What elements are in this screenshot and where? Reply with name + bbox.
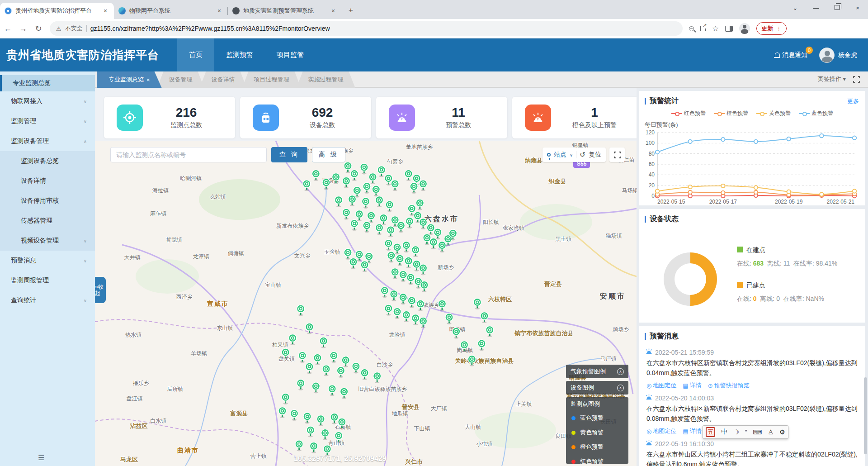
tab-close-icon[interactable]: × — [101, 7, 109, 15]
data-point[interactable] — [787, 137, 790, 141]
monitor-point-marker[interactable] — [416, 300, 424, 311]
monitor-point-marker[interactable] — [340, 388, 348, 399]
monitor-point-marker[interactable] — [460, 341, 468, 352]
tab-close-icon[interactable]: × — [215, 7, 223, 15]
data-point[interactable] — [656, 189, 659, 193]
tab-actions-button[interactable]: 页签操作 ▾ — [818, 75, 846, 83]
back-button[interactable]: ← — [0, 24, 15, 33]
data-point[interactable] — [688, 185, 692, 189]
monitor-point-marker[interactable] — [362, 198, 369, 209]
monitor-point-marker[interactable] — [330, 352, 338, 362]
monitor-point-marker[interactable] — [375, 224, 383, 235]
browser-tab[interactable]: 物联网平台系统× — [114, 3, 228, 19]
monitor-point-marker[interactable] — [486, 326, 494, 337]
monitor-point-marker[interactable] — [391, 180, 399, 191]
data-point[interactable] — [754, 140, 758, 143]
monitor-point-marker[interactable] — [438, 300, 446, 311]
monitor-point-marker[interactable] — [363, 182, 371, 193]
tab-close-icon[interactable]: × — [146, 76, 150, 83]
page-tab-项目过程管理[interactable]: 项目过程管理 — [242, 71, 301, 88]
sidebar-item-预警消息[interactable]: 预警消息∨ — [0, 251, 95, 271]
monitor-point-marker[interactable] — [330, 413, 338, 424]
monitor-point-marker[interactable] — [350, 170, 358, 181]
site-button[interactable]: 站点 — [554, 151, 566, 159]
data-point[interactable] — [820, 192, 823, 196]
monitor-point-marker[interactable] — [369, 173, 377, 184]
monitor-point-marker[interactable] — [427, 224, 434, 235]
collapse-icon[interactable]: ∧ — [617, 385, 624, 391]
monitor-point-marker[interactable] — [297, 305, 305, 316]
monitor-point-marker[interactable] — [453, 328, 460, 338]
data-point[interactable] — [721, 191, 725, 195]
data-point[interactable] — [820, 134, 823, 138]
message-link-地图定位[interactable]: ◎地图定位 — [646, 427, 676, 435]
monitor-point-marker[interactable] — [416, 199, 424, 210]
monitor-point-marker[interactable] — [420, 281, 428, 292]
url-input[interactable]: ⚠ 不安全 gz1155.cn/xzIframe?http%3A%2F%2Fww… — [50, 21, 683, 36]
monitor-point-marker[interactable] — [282, 348, 289, 359]
sidebar-subitem-设备详情[interactable]: 设备详情 — [0, 171, 95, 191]
fullscreen-icon[interactable] — [853, 76, 860, 83]
data-point[interactable] — [688, 194, 692, 198]
security-label[interactable]: 不安全 — [65, 24, 83, 33]
header-nav-item-首页[interactable]: 首页 — [177, 38, 214, 71]
data-point[interactable] — [721, 184, 725, 188]
data-point[interactable] — [721, 138, 725, 141]
monitor-point-marker[interactable] — [322, 179, 330, 190]
monitor-point-marker[interactable] — [397, 222, 405, 233]
monitor-point-marker[interactable] — [306, 363, 313, 374]
monitor-point-marker[interactable] — [349, 258, 357, 269]
message-link-详情[interactable]: ▤详情 — [683, 427, 701, 435]
chinese-mode-icon[interactable]: 中 — [721, 428, 727, 436]
url-text[interactable]: gz1155.cn/xzIframe?http%3A%2F%2Fwww.gz11… — [90, 25, 330, 32]
data-point[interactable] — [787, 190, 790, 193]
sidebar-item-专业监测总览[interactable]: 专业监测总览 — [0, 75, 95, 91]
sidebar-item-监测周报管理[interactable]: 监测周报管理 — [0, 271, 95, 290]
monitor-point-marker[interactable] — [338, 418, 346, 429]
chart-legend-黄色预警[interactable]: 黄色预警 — [756, 109, 791, 117]
monitor-point-marker[interactable] — [396, 255, 404, 266]
monitor-point-marker[interactable] — [385, 239, 392, 250]
monitor-point-marker[interactable] — [361, 369, 368, 380]
sidebar-subitem-监测设备总览[interactable]: 监测设备总览 — [0, 151, 95, 171]
message-link-详情[interactable]: ▤详情 — [683, 381, 701, 390]
new-tab-button[interactable]: + — [344, 5, 357, 17]
tools-icon[interactable]: ⚙ — [779, 428, 785, 436]
header-nav-item-监测预警[interactable]: 监测预警 — [214, 38, 265, 71]
monitor-point-marker[interactable] — [412, 246, 420, 257]
monitor-point-marker[interactable] — [402, 242, 410, 252]
monitor-point-marker[interactable] — [335, 432, 343, 442]
data-point[interactable] — [688, 190, 692, 194]
monitor-point-marker[interactable] — [312, 170, 320, 181]
monitor-point-marker[interactable] — [310, 442, 317, 453]
data-point[interactable] — [853, 189, 856, 193]
data-point[interactable] — [754, 185, 758, 189]
message-link-预警快报预览[interactable]: ⊙预警快报预览 — [708, 381, 750, 390]
monitor-point-marker[interactable] — [381, 287, 388, 298]
monitor-point-marker[interactable] — [419, 180, 427, 191]
monitor-point-marker[interactable] — [320, 337, 327, 348]
data-point[interactable] — [853, 136, 856, 139]
keyboard-icon[interactable]: ⌨ — [753, 428, 762, 436]
sidebar-item-监测管理[interactable]: 监测管理∨ — [0, 111, 95, 131]
monitor-point-marker[interactable] — [473, 298, 481, 309]
punctuation-icon[interactable]: ” — [745, 428, 747, 436]
monitor-point-marker[interactable] — [342, 209, 350, 219]
monitor-point-marker[interactable] — [402, 311, 410, 322]
moon-icon[interactable]: ☽ — [733, 428, 739, 436]
zoom-icon[interactable] — [689, 26, 694, 31]
monitor-point-marker[interactable] — [419, 264, 427, 275]
forward-button[interactable]: → — [15, 24, 31, 33]
monitor-point-marker[interactable] — [412, 314, 420, 325]
browser-tab[interactable]: 贵州省地质灾害防治指挥平台× — [0, 3, 114, 19]
monitor-point-marker[interactable] — [387, 252, 395, 262]
monitor-point-marker[interactable] — [367, 212, 375, 223]
reset-button[interactable]: 复位 — [589, 151, 601, 159]
minimize-button[interactable]: — — [806, 5, 826, 11]
monitor-point-marker[interactable] — [348, 195, 356, 206]
browser-update-button[interactable]: 更新 ⋮ — [756, 22, 787, 35]
monitor-point-marker[interactable] — [303, 413, 311, 423]
monitor-point-marker[interactable] — [344, 248, 352, 259]
monitor-point-marker[interactable] — [405, 257, 412, 268]
monitor-point-marker[interactable] — [335, 196, 343, 207]
